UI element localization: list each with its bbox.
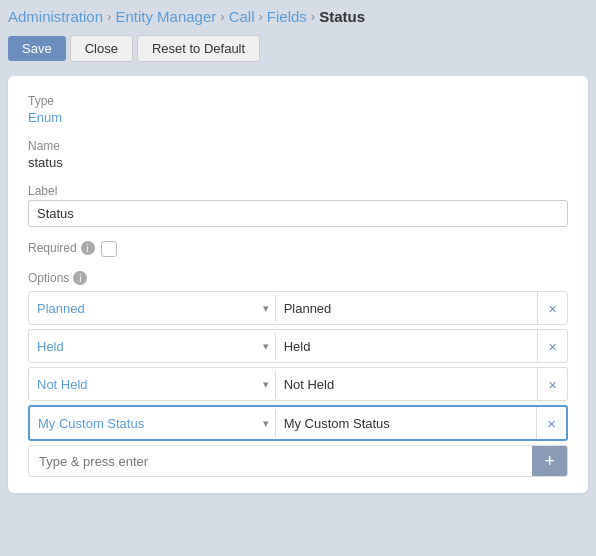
breadcrumb-sep-3: › — [258, 9, 262, 24]
option-select-planned[interactable]: Planned — [29, 295, 257, 322]
label-field-group: Label — [28, 184, 568, 227]
type-value: Enum — [28, 110, 568, 125]
name-value: status — [28, 155, 568, 170]
reset-to-default-button[interactable]: Reset to Default — [137, 35, 260, 62]
option-delete-planned[interactable]: × — [537, 292, 567, 324]
chevron-down-icon-held: ▾ — [257, 340, 275, 353]
required-info-icon: i — [81, 241, 95, 255]
breadcrumb-sep-1: › — [107, 9, 111, 24]
add-option-button[interactable]: + — [532, 446, 567, 476]
breadcrumb-sep-4: › — [311, 9, 315, 24]
breadcrumb-fields[interactable]: Fields — [267, 8, 307, 25]
add-option-input[interactable] — [29, 448, 532, 475]
breadcrumb-sep-2: › — [220, 9, 224, 24]
option-select-wrapper-planned: Planned ▾ — [29, 295, 276, 322]
chevron-down-icon-planned: ▾ — [257, 302, 275, 315]
type-label: Type — [28, 94, 568, 108]
option-select-custom[interactable]: My Custom Status — [30, 410, 257, 437]
toolbar: Save Close Reset to Default — [8, 35, 588, 62]
option-text-not-held[interactable] — [276, 371, 538, 398]
option-row-planned: Planned ▾ × — [28, 291, 568, 325]
option-text-planned[interactable] — [276, 295, 538, 322]
option-row-not-held: Not Held ▾ × — [28, 367, 568, 401]
breadcrumb-status: Status — [319, 8, 365, 25]
option-select-not-held[interactable]: Not Held — [29, 371, 257, 398]
breadcrumb-admin[interactable]: Administration — [8, 8, 103, 25]
close-button[interactable]: Close — [70, 35, 133, 62]
option-select-wrapper-custom: My Custom Status ▾ — [30, 410, 276, 437]
option-delete-custom[interactable]: × — [536, 407, 566, 439]
options-label: Options i — [28, 271, 568, 285]
option-text-held[interactable] — [276, 333, 538, 360]
breadcrumb: Administration › Entity Manager › Call ›… — [8, 8, 588, 25]
options-info-icon: i — [73, 271, 87, 285]
required-row: Required i — [28, 241, 568, 257]
option-select-wrapper-not-held: Not Held ▾ — [29, 371, 276, 398]
label-input[interactable] — [28, 200, 568, 227]
breadcrumb-entity-manager[interactable]: Entity Manager — [115, 8, 216, 25]
option-row-custom-status: My Custom Status ▾ × — [28, 405, 568, 441]
label-label: Label — [28, 184, 568, 198]
form-card: Type Enum Name status Label Required i O… — [8, 76, 588, 493]
option-select-held[interactable]: Held — [29, 333, 257, 360]
options-section: Options i Planned ▾ × Held ▾ × — [28, 271, 568, 477]
type-field-group: Type Enum — [28, 94, 568, 125]
option-delete-held[interactable]: × — [537, 330, 567, 362]
option-row-held: Held ▾ × — [28, 329, 568, 363]
save-button[interactable]: Save — [8, 36, 66, 61]
required-checkbox[interactable] — [101, 241, 117, 257]
option-select-wrapper-held: Held ▾ — [29, 333, 276, 360]
add-option-row: + — [28, 445, 568, 477]
option-text-custom[interactable] — [276, 410, 537, 437]
name-label: Name — [28, 139, 568, 153]
name-field-group: Name status — [28, 139, 568, 170]
chevron-down-icon-custom: ▾ — [257, 417, 275, 430]
chevron-down-icon-not-held: ▾ — [257, 378, 275, 391]
required-label: Required i — [28, 241, 95, 255]
option-delete-not-held[interactable]: × — [537, 368, 567, 400]
breadcrumb-call[interactable]: Call — [229, 8, 255, 25]
